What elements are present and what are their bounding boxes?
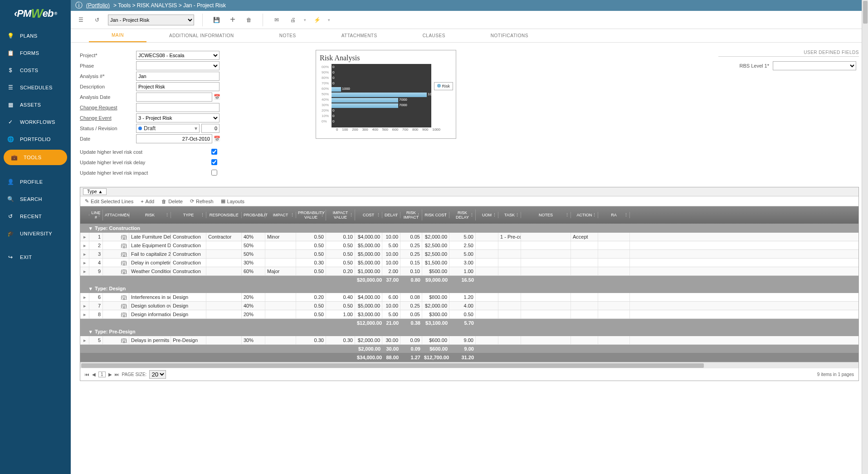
sidebar-item-exit[interactable]: ↪EXIT [0, 249, 71, 266]
record-selector[interactable]: Jan - Project Risk [108, 15, 194, 25]
col-header[interactable]: RISK DELAY⋮ [449, 210, 476, 220]
col-header[interactable]: IMPACT VALUE⋮ [326, 210, 355, 220]
expand-icon[interactable]: ▸ [82, 303, 87, 309]
col-header[interactable]: RESPONSIBLE⋮ [206, 212, 242, 218]
col-header[interactable]: PROBABILIT⋮ [242, 212, 265, 218]
update-cost-checkbox[interactable] [211, 149, 217, 155]
table-row[interactable]: ▸9(0)Weather ConditionsConstruction60%Ma… [80, 267, 858, 276]
col-header[interactable]: TASK⋮ [498, 212, 521, 218]
tab-notifications[interactable]: NOTIFICATIONS [468, 29, 551, 42]
col-header[interactable] [80, 214, 89, 216]
col-header[interactable]: DELAY⋮ [382, 212, 400, 218]
table-row[interactable]: ▸5(0)Delays in permitsPre-Design30%0.300… [80, 336, 858, 345]
table-row[interactable]: ▸7(0)Design solution oveDesign40%0.500.5… [80, 302, 858, 310]
layouts-button[interactable]: ▦Layouts [221, 198, 245, 204]
tab-clauses[interactable]: CLAUSES [400, 29, 468, 42]
col-header[interactable]: NOTES⋮ [521, 212, 571, 218]
col-header[interactable]: UOM⋮ [476, 212, 498, 218]
col-header[interactable]: RISK COST⋮ [422, 212, 449, 218]
pager-prev-icon[interactable]: ◀ [92, 372, 96, 377]
status-value[interactable]: Draft [144, 125, 156, 132]
group-header[interactable]: ▾Type: Construction [80, 224, 858, 233]
table-row[interactable]: ▸4(0)Delay in completingConstruction30%0… [80, 259, 858, 267]
history-icon[interactable]: ↺ [92, 15, 102, 25]
page-size-select[interactable]: 20 [149, 370, 166, 379]
analysis-num-field[interactable] [136, 72, 219, 81]
group-header[interactable]: ▾Type: Design [80, 284, 858, 293]
rbs-field[interactable] [773, 61, 856, 70]
col-header[interactable]: LINE #⋮ [89, 210, 103, 220]
save-icon[interactable]: 💾 [211, 15, 222, 25]
sidebar-item-schedules[interactable]: ☰SCHEDULES [0, 79, 71, 96]
change-request-field[interactable] [136, 103, 219, 112]
delete-icon[interactable]: 🗑 [244, 15, 254, 25]
mail-icon[interactable]: ✉ [271, 15, 282, 25]
attachment-link[interactable]: (0) [121, 337, 127, 343]
sidebar-item-costs[interactable]: $COSTS [0, 62, 71, 79]
update-delay-checkbox[interactable] [211, 159, 217, 165]
tab-main[interactable]: MAIN [89, 29, 146, 42]
project-field[interactable]: JCWECS08 - Escala [136, 51, 219, 60]
attachment-link[interactable]: (0) [121, 234, 127, 239]
tab-notes[interactable]: NOTES [257, 29, 319, 42]
group-header[interactable]: ▾Type: Pre-Design [80, 327, 858, 336]
col-header[interactable]: RA⋮ [598, 212, 630, 218]
expand-icon[interactable]: ▸ [82, 294, 87, 300]
attachment-link[interactable]: (0) [121, 251, 127, 257]
col-header[interactable]: RISK IMPACT⋮ [400, 210, 422, 220]
attachment-link[interactable]: (0) [121, 294, 127, 300]
pager-next-icon[interactable]: ▶ [108, 372, 112, 377]
description-field[interactable] [136, 82, 219, 91]
add-icon[interactable]: + [227, 15, 238, 25]
expand-icon[interactable]: ▸ [82, 243, 87, 249]
date-field[interactable] [136, 134, 212, 143]
expand-icon[interactable]: ▸ [82, 260, 87, 266]
col-header[interactable]: IMPACT⋮ [265, 212, 296, 218]
sidebar-item-forms[interactable]: 📋FORMS [0, 44, 71, 62]
group-by-button[interactable]: Type ▲ [83, 188, 107, 195]
refresh-button[interactable]: ⟳Refresh [190, 198, 214, 204]
attachment-link[interactable]: (0) [121, 243, 127, 248]
table-row[interactable]: ▸3(0)Fail to capitalize 25Construction50… [80, 250, 858, 259]
col-header[interactable]: COST⋮ [355, 212, 382, 218]
calendar-icon[interactable]: 📅 [213, 135, 220, 142]
sidebar-item-tools[interactable]: 💼TOOLS [4, 150, 67, 165]
add-line-button[interactable]: +Add [141, 198, 154, 204]
expand-icon[interactable]: ▸ [82, 269, 87, 274]
expand-icon[interactable]: ▸ [82, 337, 87, 343]
col-header[interactable]: RISK⋮ [129, 212, 171, 218]
phase-field[interactable] [136, 61, 219, 70]
analysis-date-field[interactable] [136, 93, 212, 102]
sidebar-item-search[interactable]: 🔍SEARCH [0, 191, 71, 208]
sidebar-item-recent[interactable]: ↺RECENT [0, 208, 71, 225]
expand-icon[interactable]: ▸ [82, 234, 87, 240]
list-icon[interactable]: ☰ [75, 15, 86, 25]
breadcrumb-portfolio[interactable]: (Portfolio) [86, 2, 110, 9]
col-header[interactable]: TYPE⋮ [171, 212, 206, 218]
vertical-scrollbar[interactable] [862, 0, 868, 474]
table-row[interactable]: ▸1(0)Late Furniture DeliConstructionCont… [80, 233, 858, 241]
info-icon[interactable]: ⓘ [75, 1, 83, 10]
change-request-label[interactable]: Change Request [80, 105, 136, 110]
pager-last-icon[interactable]: ⏭ [115, 372, 119, 377]
change-event-label[interactable]: Change Event [80, 115, 136, 121]
pager-first-icon[interactable]: ⏮ [85, 372, 89, 377]
col-header[interactable]: PROBABILITY VALUE⋮ [296, 210, 326, 220]
attachment-link[interactable]: (0) [121, 269, 127, 274]
revision-field[interactable] [201, 124, 219, 133]
bolt-icon[interactable]: ⚡ [312, 15, 322, 25]
table-row[interactable]: ▸8(0)Design informationDesign20%0.501.00… [80, 310, 858, 319]
edit-lines-button[interactable]: ✎Edit Selected Lines [85, 198, 133, 204]
table-row[interactable]: ▸2(0)Late Equipment DeConstruction50%0.5… [80, 241, 858, 250]
sidebar-item-plans[interactable]: 💡PLANS [0, 27, 71, 44]
sidebar-item-university[interactable]: 🎓UNIVERSITY [0, 225, 71, 242]
sidebar-item-workflows[interactable]: ✓WORKFLOWS [0, 113, 71, 131]
attachment-link[interactable]: (0) [121, 312, 127, 317]
table-row[interactable]: ▸6(0)Interferences in seDesign20%0.200.4… [80, 293, 858, 302]
delete-line-button[interactable]: 🗑Delete [161, 198, 183, 204]
change-event-field[interactable]: 3 - Project Risk [136, 113, 219, 122]
calendar-icon[interactable]: 📅 [213, 93, 220, 101]
horizontal-scrollbar[interactable] [80, 362, 858, 368]
tab-attachments[interactable]: ATTACHMENTS [319, 29, 400, 42]
col-header[interactable]: ACTION⋮ [571, 212, 598, 218]
